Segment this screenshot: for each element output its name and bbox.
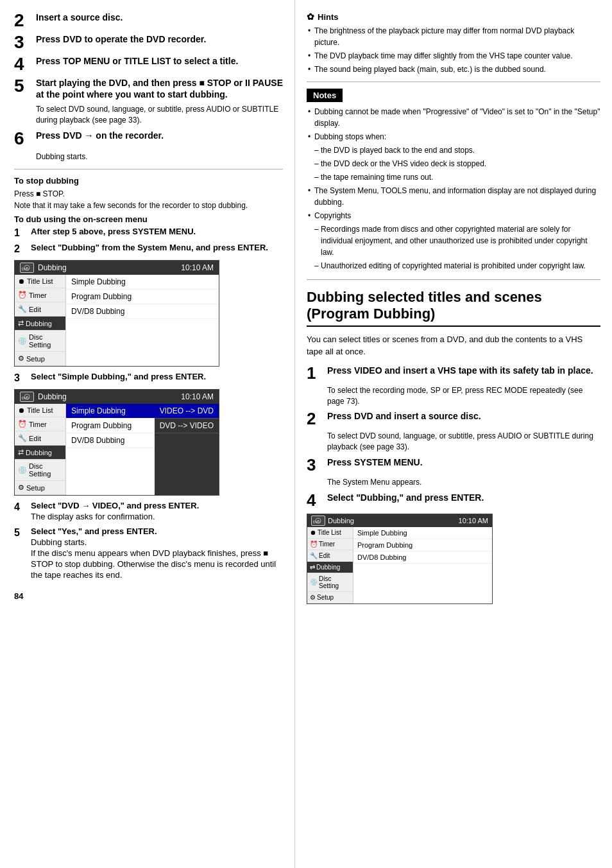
notes-section: Notes Dubbing cannot be made when "Progr… xyxy=(307,89,600,272)
right-step-1-sub: To select the recording mode, SP or EP, … xyxy=(327,385,600,407)
section-intro: You can select titles or scenes from a D… xyxy=(307,333,600,358)
step-5-text: Start playing the DVD, and then press ■ … xyxy=(36,77,283,100)
menu-content-1: Simple Dubbing Program Dubbing DV/D8 Dub… xyxy=(66,275,219,366)
wrench-icon-1: 🔧 xyxy=(18,305,27,313)
step-3: 3 Press DVD to operate the DVD recorder. xyxy=(14,33,283,51)
svg-text:DVD: DVD xyxy=(22,267,29,271)
sidebar-title-list-1[interactable]: ⏺Title List xyxy=(15,275,65,288)
sidebar-dubbing-2[interactable]: ⇄Dubbing xyxy=(15,446,65,460)
menu-header-left-1: DVD Dubbing xyxy=(20,263,67,273)
hints-title-text: Hints xyxy=(318,12,339,22)
menu-item-dvd8-1[interactable]: DV/D8 Dubbing xyxy=(66,304,219,319)
menu-header-left-3: DVD Dubbing xyxy=(311,516,354,526)
note-4: Copyrights xyxy=(307,210,600,221)
sub-dvd-video[interactable]: DVD --> VIDEO xyxy=(155,419,219,433)
notes-title: Notes xyxy=(307,89,343,102)
menu-header-3: DVD Dubbing 10:10 AM xyxy=(307,514,492,527)
disc-icon-2: ⏺ xyxy=(18,406,25,414)
hints-list: The brightness of the playback picture m… xyxy=(307,25,600,75)
divider-2 xyxy=(307,82,600,82)
menu-sub-panel: VIDEO --> DVD DVD --> VIDEO xyxy=(155,404,219,495)
hints-title: ✿ Hints xyxy=(307,12,600,22)
divider-1 xyxy=(14,169,283,169)
gear-icon-1: ⚙ xyxy=(18,354,24,363)
right-step-4: 4 Select "Dubbing," and press ENTER. xyxy=(307,492,600,508)
ondub-step-2-num: 2 xyxy=(14,243,27,255)
menu-item-dvd8-3[interactable]: DV/D8 Dubbing xyxy=(353,551,492,564)
right-step-4-text: Select "Dubbing," and press ENTER. xyxy=(327,492,600,503)
sidebar-disc-setting-2[interactable]: 💿Disc Setting xyxy=(15,460,65,481)
sidebar-dubbing-3[interactable]: ⇄Dubbing xyxy=(307,562,353,573)
step-6-text: Press DVD → on the recorder. xyxy=(36,130,283,141)
right-step-1-num: 1 xyxy=(307,365,323,381)
sidebar-edit-3[interactable]: 🔧Edit xyxy=(307,550,353,562)
sidebar-title-list-3[interactable]: ⏺Title List xyxy=(307,527,353,539)
note-2c: the tape remaining time runs out. xyxy=(307,171,600,183)
menu-item-program-2[interactable]: Program Dubbing xyxy=(66,419,155,433)
menu-item-simple-1[interactable]: Simple Dubbing xyxy=(66,275,219,290)
menu-content-2: Simple Dubbing Program Dubbing DV/D8 Dub… xyxy=(66,404,219,495)
right-step-2-sub: To select DVD sound, language, or subtit… xyxy=(327,431,600,453)
menu-item-program-1[interactable]: Program Dubbing xyxy=(66,290,219,304)
right-step-1-text: Press VIDEO and insert a VHS tape with i… xyxy=(327,365,600,376)
ondub-step-1-text: After step 5 above, press SYSTEM MENU. xyxy=(31,227,283,238)
menu-sidebar-2: ⏺Title List ⏰Timer 🔧Edit ⇄Dubbing 💿Disc … xyxy=(15,404,66,495)
right-step-4-num: 4 xyxy=(307,492,323,508)
sidebar-timer-3[interactable]: ⏰Timer xyxy=(307,539,353,550)
menu-item-simple-3[interactable]: Simple Dubbing xyxy=(353,527,492,539)
arrows-icon-2: ⇄ xyxy=(18,448,24,456)
sidebar-dubbing-1[interactable]: ⇄Dubbing xyxy=(15,317,65,331)
menu-item-dvd8-2[interactable]: DV/D8 Dubbing xyxy=(66,433,155,448)
menu-time-3: 10:10 AM xyxy=(459,517,488,525)
ondub-title: To dub using the on-screen menu xyxy=(14,214,283,224)
notes-list: Dubbing cannot be made when "Progressive… xyxy=(307,106,600,272)
left-column: 2 Insert a source disc. 3 Press DVD to o… xyxy=(0,0,295,868)
ondub-step-4-num: 4 xyxy=(14,501,27,513)
sidebar-edit-2[interactable]: 🔧Edit xyxy=(15,431,65,446)
wrench-icon-3: 🔧 xyxy=(310,552,318,559)
sidebar-setup-3[interactable]: ⚙Setup xyxy=(307,592,353,603)
step-5: 5 Start playing the DVD, and then press … xyxy=(14,77,283,100)
ondub-step-4-text: Select "DVD → VIDEO," and press ENTER.Th… xyxy=(31,501,283,523)
ondub-step-1-num: 1 xyxy=(14,227,27,239)
hints-icon: ✿ xyxy=(307,12,314,22)
note-2a: the DVD is played back to the end and st… xyxy=(307,144,600,156)
right-step-3-sub: The System Menu appears. xyxy=(327,477,600,488)
menu-content-3: Simple Dubbing Program Dubbing DV/D8 Dub… xyxy=(353,527,492,603)
sidebar-timer-1[interactable]: ⏰Timer xyxy=(15,288,65,302)
menu-time-1: 10:10 AM xyxy=(181,263,214,272)
hint-3: The sound being played back (main, sub, … xyxy=(307,64,600,75)
sidebar-timer-2[interactable]: ⏰Timer xyxy=(15,417,65,431)
menu-title-1: Dubbing xyxy=(38,263,67,272)
menu-title-2: Dubbing xyxy=(38,392,67,401)
step-6-number: 6 xyxy=(14,130,32,148)
sub-video-dvd[interactable]: VIDEO --> DVD xyxy=(155,404,219,419)
note-4a: Recordings made from discs and other cop… xyxy=(307,223,600,258)
sidebar-title-list-2[interactable]: ⏺Title List xyxy=(15,404,65,417)
section-title-program-dubbing: Dubbing selected titles and scenes (Prog… xyxy=(307,289,600,327)
arrows-icon-1: ⇄ xyxy=(18,319,24,327)
right-step-2: 2 Press DVD and insert a source disc. xyxy=(307,410,600,427)
disc-icon-1: ⏺ xyxy=(18,277,25,285)
sidebar-edit-1[interactable]: 🔧Edit xyxy=(15,302,65,317)
clock-icon-1: ⏰ xyxy=(18,291,27,299)
sidebar-disc-setting-3[interactable]: 💿Disc Setting xyxy=(307,573,353,592)
ondub-step-3: 3 Select "Simple Dubbing," and press ENT… xyxy=(14,372,283,384)
disc-icon-3: ⏺ xyxy=(310,529,316,536)
ondub-step-5-text: Select "Yes," and press ENTER. Dubbing s… xyxy=(31,526,283,580)
sidebar-setup-1[interactable]: ⚙Setup xyxy=(15,352,65,366)
right-step-3: 3 Press SYSTEM MENU. xyxy=(307,456,600,473)
menu-item-simple-2[interactable]: Simple Dubbing xyxy=(66,404,155,419)
step-5-sub: To select DVD sound, language, or subtit… xyxy=(36,104,283,126)
clock-icon-3: ⏰ xyxy=(310,541,318,548)
sidebar-disc-setting-1[interactable]: 💿Disc Setting xyxy=(15,331,65,352)
gear-icon-2: ⚙ xyxy=(18,483,24,492)
sidebar-setup-2[interactable]: ⚙Setup xyxy=(15,481,65,495)
ondub-step-1: 1 After step 5 above, press SYSTEM MENU. xyxy=(14,227,283,239)
menu-item-program-3[interactable]: Program Dubbing xyxy=(353,539,492,551)
note-4b: Unauthorized editing of copyrighted mate… xyxy=(307,260,600,272)
ondub-step-4: 4 Select "DVD → VIDEO," and press ENTER.… xyxy=(14,501,283,523)
ondub-step-2-text: Select "Dubbing" from the System Menu, a… xyxy=(31,243,283,254)
right-column: ✿ Hints The brightness of the playback p… xyxy=(295,0,612,868)
right-step-1: 1 Press VIDEO and insert a VHS tape with… xyxy=(307,365,600,381)
